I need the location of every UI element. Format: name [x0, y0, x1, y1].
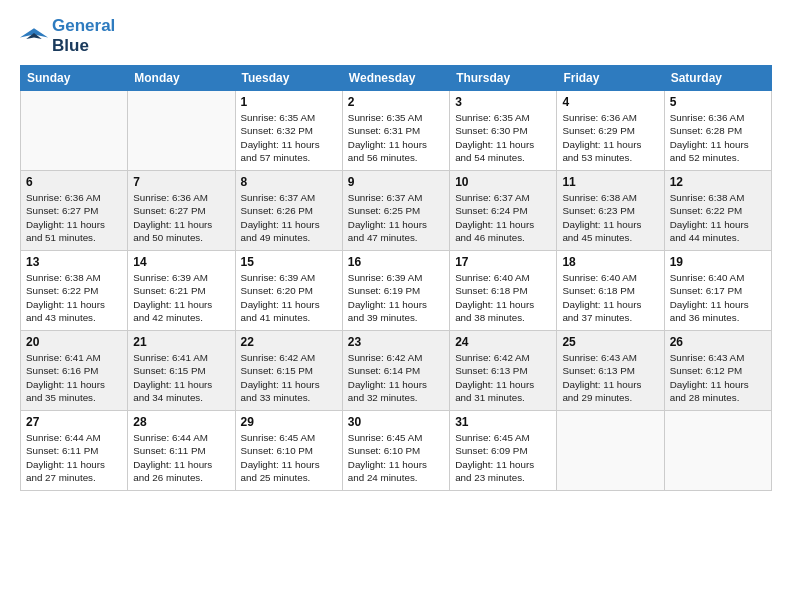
day-info: Sunrise: 6:45 AM Sunset: 6:09 PM Dayligh… [455, 431, 551, 484]
day-info: Sunrise: 6:41 AM Sunset: 6:16 PM Dayligh… [26, 351, 122, 404]
header-cell-monday: Monday [128, 66, 235, 91]
day-number: 20 [26, 335, 122, 349]
day-cell: 31Sunrise: 6:45 AM Sunset: 6:09 PM Dayli… [450, 411, 557, 491]
day-number: 17 [455, 255, 551, 269]
day-cell [128, 91, 235, 171]
day-number: 8 [241, 175, 337, 189]
header-cell-sunday: Sunday [21, 66, 128, 91]
day-cell: 8Sunrise: 6:37 AM Sunset: 6:26 PM Daylig… [235, 171, 342, 251]
day-cell: 23Sunrise: 6:42 AM Sunset: 6:14 PM Dayli… [342, 331, 449, 411]
day-number: 31 [455, 415, 551, 429]
logo-text: General Blue [52, 16, 115, 55]
day-info: Sunrise: 6:44 AM Sunset: 6:11 PM Dayligh… [133, 431, 229, 484]
day-cell: 4Sunrise: 6:36 AM Sunset: 6:29 PM Daylig… [557, 91, 664, 171]
day-number: 22 [241, 335, 337, 349]
day-number: 9 [348, 175, 444, 189]
day-cell: 30Sunrise: 6:45 AM Sunset: 6:10 PM Dayli… [342, 411, 449, 491]
day-info: Sunrise: 6:40 AM Sunset: 6:17 PM Dayligh… [670, 271, 766, 324]
day-number: 19 [670, 255, 766, 269]
day-cell: 24Sunrise: 6:42 AM Sunset: 6:13 PM Dayli… [450, 331, 557, 411]
day-number: 2 [348, 95, 444, 109]
day-info: Sunrise: 6:37 AM Sunset: 6:24 PM Dayligh… [455, 191, 551, 244]
logo-icon [20, 22, 48, 50]
day-cell: 17Sunrise: 6:40 AM Sunset: 6:18 PM Dayli… [450, 251, 557, 331]
day-number: 27 [26, 415, 122, 429]
day-info: Sunrise: 6:45 AM Sunset: 6:10 PM Dayligh… [241, 431, 337, 484]
day-number: 18 [562, 255, 658, 269]
day-info: Sunrise: 6:42 AM Sunset: 6:14 PM Dayligh… [348, 351, 444, 404]
day-number: 13 [26, 255, 122, 269]
day-cell: 10Sunrise: 6:37 AM Sunset: 6:24 PM Dayli… [450, 171, 557, 251]
day-cell: 16Sunrise: 6:39 AM Sunset: 6:19 PM Dayli… [342, 251, 449, 331]
day-number: 29 [241, 415, 337, 429]
week-row-3: 13Sunrise: 6:38 AM Sunset: 6:22 PM Dayli… [21, 251, 772, 331]
day-cell: 2Sunrise: 6:35 AM Sunset: 6:31 PM Daylig… [342, 91, 449, 171]
day-cell [664, 411, 771, 491]
day-cell [21, 91, 128, 171]
day-number: 11 [562, 175, 658, 189]
day-cell: 11Sunrise: 6:38 AM Sunset: 6:23 PM Dayli… [557, 171, 664, 251]
day-info: Sunrise: 6:39 AM Sunset: 6:19 PM Dayligh… [348, 271, 444, 324]
day-info: Sunrise: 6:36 AM Sunset: 6:27 PM Dayligh… [26, 191, 122, 244]
day-cell: 9Sunrise: 6:37 AM Sunset: 6:25 PM Daylig… [342, 171, 449, 251]
day-cell: 6Sunrise: 6:36 AM Sunset: 6:27 PM Daylig… [21, 171, 128, 251]
day-info: Sunrise: 6:38 AM Sunset: 6:22 PM Dayligh… [26, 271, 122, 324]
day-cell: 14Sunrise: 6:39 AM Sunset: 6:21 PM Dayli… [128, 251, 235, 331]
day-number: 15 [241, 255, 337, 269]
day-cell: 28Sunrise: 6:44 AM Sunset: 6:11 PM Dayli… [128, 411, 235, 491]
page: General Blue SundayMondayTuesdayWednesda… [0, 0, 792, 612]
day-info: Sunrise: 6:35 AM Sunset: 6:32 PM Dayligh… [241, 111, 337, 164]
day-cell: 27Sunrise: 6:44 AM Sunset: 6:11 PM Dayli… [21, 411, 128, 491]
day-info: Sunrise: 6:37 AM Sunset: 6:26 PM Dayligh… [241, 191, 337, 244]
day-info: Sunrise: 6:37 AM Sunset: 6:25 PM Dayligh… [348, 191, 444, 244]
day-info: Sunrise: 6:40 AM Sunset: 6:18 PM Dayligh… [562, 271, 658, 324]
day-cell: 18Sunrise: 6:40 AM Sunset: 6:18 PM Dayli… [557, 251, 664, 331]
day-number: 4 [562, 95, 658, 109]
day-number: 1 [241, 95, 337, 109]
day-info: Sunrise: 6:39 AM Sunset: 6:21 PM Dayligh… [133, 271, 229, 324]
day-number: 24 [455, 335, 551, 349]
day-cell: 26Sunrise: 6:43 AM Sunset: 6:12 PM Dayli… [664, 331, 771, 411]
day-info: Sunrise: 6:41 AM Sunset: 6:15 PM Dayligh… [133, 351, 229, 404]
day-info: Sunrise: 6:44 AM Sunset: 6:11 PM Dayligh… [26, 431, 122, 484]
header-cell-tuesday: Tuesday [235, 66, 342, 91]
day-info: Sunrise: 6:40 AM Sunset: 6:18 PM Dayligh… [455, 271, 551, 324]
day-info: Sunrise: 6:36 AM Sunset: 6:28 PM Dayligh… [670, 111, 766, 164]
day-cell: 22Sunrise: 6:42 AM Sunset: 6:15 PM Dayli… [235, 331, 342, 411]
day-info: Sunrise: 6:45 AM Sunset: 6:10 PM Dayligh… [348, 431, 444, 484]
logo: General Blue [20, 16, 115, 55]
day-number: 7 [133, 175, 229, 189]
day-info: Sunrise: 6:43 AM Sunset: 6:13 PM Dayligh… [562, 351, 658, 404]
day-number: 16 [348, 255, 444, 269]
day-cell: 29Sunrise: 6:45 AM Sunset: 6:10 PM Dayli… [235, 411, 342, 491]
day-number: 6 [26, 175, 122, 189]
day-cell: 19Sunrise: 6:40 AM Sunset: 6:17 PM Dayli… [664, 251, 771, 331]
day-cell: 12Sunrise: 6:38 AM Sunset: 6:22 PM Dayli… [664, 171, 771, 251]
day-cell: 7Sunrise: 6:36 AM Sunset: 6:27 PM Daylig… [128, 171, 235, 251]
day-number: 14 [133, 255, 229, 269]
day-cell: 21Sunrise: 6:41 AM Sunset: 6:15 PM Dayli… [128, 331, 235, 411]
week-row-1: 1Sunrise: 6:35 AM Sunset: 6:32 PM Daylig… [21, 91, 772, 171]
day-info: Sunrise: 6:43 AM Sunset: 6:12 PM Dayligh… [670, 351, 766, 404]
day-number: 26 [670, 335, 766, 349]
day-number: 3 [455, 95, 551, 109]
week-row-4: 20Sunrise: 6:41 AM Sunset: 6:16 PM Dayli… [21, 331, 772, 411]
day-info: Sunrise: 6:35 AM Sunset: 6:31 PM Dayligh… [348, 111, 444, 164]
day-number: 28 [133, 415, 229, 429]
day-cell: 15Sunrise: 6:39 AM Sunset: 6:20 PM Dayli… [235, 251, 342, 331]
day-info: Sunrise: 6:42 AM Sunset: 6:13 PM Dayligh… [455, 351, 551, 404]
header-row: SundayMondayTuesdayWednesdayThursdayFrid… [21, 66, 772, 91]
day-info: Sunrise: 6:42 AM Sunset: 6:15 PM Dayligh… [241, 351, 337, 404]
day-info: Sunrise: 6:36 AM Sunset: 6:29 PM Dayligh… [562, 111, 658, 164]
day-cell: 13Sunrise: 6:38 AM Sunset: 6:22 PM Dayli… [21, 251, 128, 331]
day-cell: 1Sunrise: 6:35 AM Sunset: 6:32 PM Daylig… [235, 91, 342, 171]
day-number: 23 [348, 335, 444, 349]
header-cell-wednesday: Wednesday [342, 66, 449, 91]
day-number: 30 [348, 415, 444, 429]
day-cell: 5Sunrise: 6:36 AM Sunset: 6:28 PM Daylig… [664, 91, 771, 171]
week-row-2: 6Sunrise: 6:36 AM Sunset: 6:27 PM Daylig… [21, 171, 772, 251]
day-cell: 3Sunrise: 6:35 AM Sunset: 6:30 PM Daylig… [450, 91, 557, 171]
day-cell: 25Sunrise: 6:43 AM Sunset: 6:13 PM Dayli… [557, 331, 664, 411]
header-cell-saturday: Saturday [664, 66, 771, 91]
day-number: 10 [455, 175, 551, 189]
